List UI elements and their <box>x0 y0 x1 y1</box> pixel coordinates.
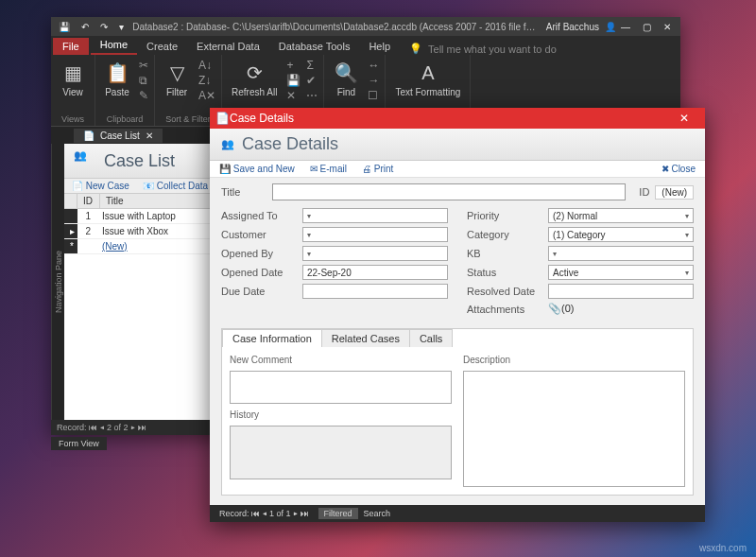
filtered-badge[interactable]: Filtered <box>318 508 358 519</box>
title-input[interactable] <box>272 183 626 200</box>
save-and-new-link[interactable]: 💾 Save and New <box>219 164 295 174</box>
tab-related-cases[interactable]: Related Cases <box>321 329 410 347</box>
assigned-to-combo[interactable] <box>302 208 448 223</box>
paste-icon: 📋 <box>105 61 129 85</box>
title-label: Title <box>221 186 266 198</box>
status-combo[interactable]: Active <box>548 265 694 280</box>
case-header: 👥 Case Details <box>210 129 705 161</box>
refresh-button[interactable]: ⟳Refresh All <box>228 59 281 99</box>
case-window-title: Case Details <box>230 112 669 125</box>
new-comment-input[interactable] <box>230 371 452 404</box>
case-body: Title ID (New) Assigned To Customer Open… <box>210 178 705 505</box>
cut-icon[interactable]: ✂ <box>139 59 148 72</box>
user-name[interactable]: Arif Bacchus <box>546 22 599 32</box>
select-icon[interactable]: ☐ <box>368 89 379 102</box>
copy-icon[interactable]: ⧉ <box>139 74 148 87</box>
text-icon: A <box>416 61 440 85</box>
format-painter-icon[interactable]: ✎ <box>139 89 148 102</box>
form-title: Case List <box>104 151 175 171</box>
undo-icon[interactable]: ↶ <box>77 20 93 34</box>
col-id[interactable]: ID <box>77 194 100 208</box>
ribbon-tabs: File Home Create External Data Database … <box>51 36 680 55</box>
save-rec-icon[interactable]: 💾 <box>286 74 301 87</box>
description-input[interactable] <box>463 371 685 487</box>
more-icon[interactable]: ⋯ <box>306 89 318 102</box>
history-label: History <box>230 409 452 420</box>
minimize-icon[interactable]: — <box>616 19 635 34</box>
replace-icon[interactable]: ↔ <box>368 59 379 72</box>
ribbon-group-clipboard: 📋Paste ✂⧉✎ Clipboard <box>95 55 155 126</box>
opened-by-combo[interactable] <box>302 246 448 261</box>
priority-combo[interactable]: (2) Normal <box>548 208 694 223</box>
attachments-value[interactable]: 📎(0) <box>548 303 574 315</box>
case-titlebar: 📄 Case Details ✕ <box>210 108 705 129</box>
delete-icon[interactable]: ✕ <box>286 89 301 102</box>
asc-icon[interactable]: A↓ <box>198 59 215 72</box>
clear-sort-icon[interactable]: A✕ <box>198 89 215 102</box>
new-icon[interactable]: + <box>286 59 301 72</box>
save-icon[interactable]: 💾 <box>55 20 74 34</box>
case-statusbar: Record: ⏮ ◀ 1 of 1 ▶ ⏭ Filtered Search <box>210 505 705 522</box>
ribbon-group-views: ▦View Views <box>51 55 95 126</box>
status-record-nav[interactable]: Record: ⏮ ◀ 2 of 2 ▶ ⏭ <box>57 423 146 432</box>
lightbulb-icon: 💡 <box>409 43 422 55</box>
case-details-window: 📄 Case Details ✕ 👥 Case Details 💾 Save a… <box>210 108 705 522</box>
find-button[interactable]: 🔍Find <box>330 59 362 99</box>
tab-database-tools[interactable]: Database Tools <box>269 38 360 55</box>
filter-button[interactable]: ▽Filter <box>161 59 193 99</box>
tab-calls[interactable]: Calls <box>409 329 453 347</box>
spell-icon[interactable]: ✔ <box>306 74 318 87</box>
avatar[interactable]: 👤 <box>605 22 616 32</box>
close-link[interactable]: ✖ Close <box>662 164 696 174</box>
new-case-link[interactable]: 📄 New Case <box>72 181 129 191</box>
kb-combo[interactable] <box>548 246 694 261</box>
print-link[interactable]: 🖨 Print <box>362 164 393 174</box>
navigation-pane[interactable]: Navigation Pane <box>51 144 64 420</box>
tab-create[interactable]: Create <box>137 38 187 55</box>
due-date-field[interactable] <box>302 284 448 299</box>
id-label: ID <box>639 186 649 198</box>
refresh-icon: ⟳ <box>242 61 266 85</box>
view-icon: ▦ <box>60 61 85 85</box>
case-toolbar: 💾 Save and New ✉ E-mail 🖨 Print ✖ Close <box>210 161 705 178</box>
tab-case-information[interactable]: Case Information <box>222 329 322 347</box>
tell-me[interactable]: 💡Tell me what you want to do <box>409 43 557 55</box>
maximize-icon[interactable]: ▢ <box>637 19 656 34</box>
qat-more-icon[interactable]: ▾ <box>115 20 128 34</box>
desc-icon[interactable]: Z↓ <box>198 74 215 87</box>
totals-icon[interactable]: Σ <box>306 59 318 72</box>
tab-help[interactable]: Help <box>359 38 400 55</box>
new-comment-label: New Comment <box>230 355 452 365</box>
history-box <box>230 426 452 479</box>
case-header-title: Case Details <box>242 134 338 154</box>
category-combo[interactable]: (1) Category <box>548 227 694 242</box>
filter-icon: ▽ <box>164 61 189 85</box>
search-box[interactable]: Search <box>364 509 391 518</box>
resolved-date-field[interactable] <box>548 284 694 299</box>
close-tab-icon[interactable]: ✕ <box>146 131 153 141</box>
find-icon: 🔍 <box>334 61 358 85</box>
tab-external-data[interactable]: External Data <box>187 38 269 55</box>
watermark: wsxdn.com <box>699 543 747 553</box>
view-button[interactable]: ▦View <box>57 59 89 99</box>
record-nav[interactable]: Record: ⏮ ◀ 1 of 1 ▶ ⏭ <box>215 509 313 518</box>
customer-combo[interactable] <box>302 227 448 242</box>
goto-icon[interactable]: → <box>368 74 379 87</box>
id-value: (New) <box>655 185 694 200</box>
collect-data-link[interactable]: 📧 Collect Data <box>143 181 208 191</box>
doc-tab-case-list[interactable]: 📄 Case List ✕ <box>74 129 163 143</box>
access-titlebar: 💾 ↶ ↷ ▾ Database2 : Database- C:\Users\a… <box>51 17 680 36</box>
close-icon[interactable]: ✕ <box>669 112 699 125</box>
status-view: Form View <box>51 437 107 450</box>
case-window-icon: 📄 <box>215 112 230 125</box>
textfmt-button[interactable]: AText Formatting <box>391 59 464 99</box>
tab-file[interactable]: File <box>53 38 89 55</box>
paste-button[interactable]: 📋Paste <box>101 59 133 99</box>
redo-icon[interactable]: ↷ <box>96 20 112 34</box>
tab-home[interactable]: Home <box>91 36 137 55</box>
close-icon[interactable]: ✕ <box>658 19 677 34</box>
case-tabs: Case Information Related Cases Calls New… <box>221 328 694 496</box>
email-link[interactable]: ✉ E-mail <box>310 164 347 174</box>
opened-date-field[interactable]: 22-Sep-20 <box>302 265 448 280</box>
form-icon: 👥 <box>74 149 96 172</box>
